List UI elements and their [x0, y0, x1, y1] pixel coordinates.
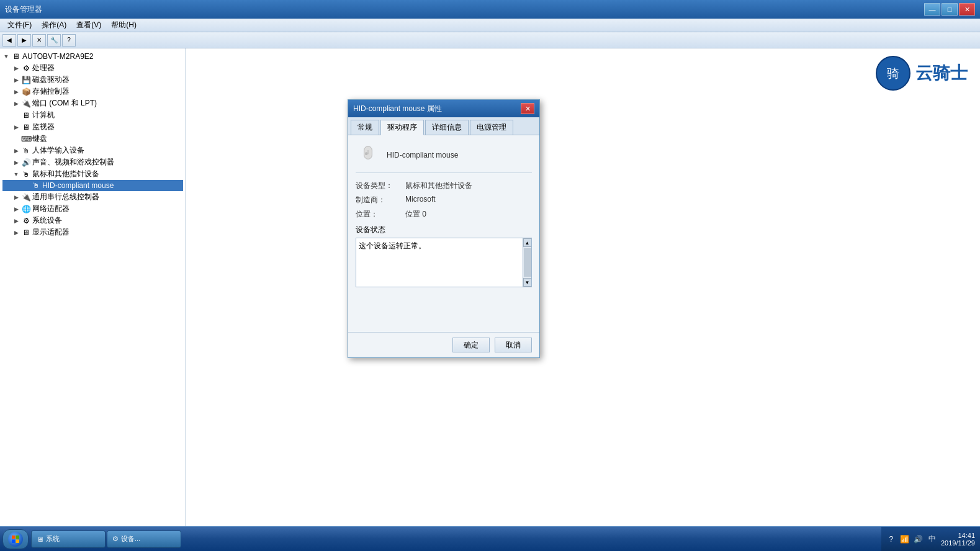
device-type-value: 鼠标和其他指针设备: [405, 181, 472, 191]
start-button[interactable]: [2, 529, 29, 549]
processor-icon: ⚙: [21, 63, 31, 73]
toolbar-btn-3[interactable]: ✕: [32, 34, 46, 47]
tree-label-hid-mouse: HID-compliant mouse: [42, 181, 114, 190]
scrollbar-down[interactable]: ▼: [523, 278, 532, 287]
svg-rect-8: [16, 539, 20, 543]
toolbar-btn-1[interactable]: ◀: [2, 34, 16, 47]
tree-label-hid: 人体学输入设备: [32, 145, 84, 156]
expand-monitor: ▶: [12, 123, 20, 131]
device-type-label: 设备类型：: [356, 181, 405, 191]
title-bar: 设备管理器 — □ ✕: [0, 0, 980, 19]
tree-node-system[interactable]: ▶ ⚙ 系统设备: [2, 215, 183, 226]
dialog-empty-area: [356, 287, 532, 325]
tree-node-hid-mouse[interactable]: 🖱 HID-compliant mouse: [2, 180, 183, 191]
tray-input-icon[interactable]: 中: [927, 534, 937, 544]
disk-icon: 💾: [21, 75, 31, 85]
manufacturer-label: 制造商：: [356, 195, 405, 205]
usb-icon: 🔌: [21, 192, 31, 202]
tab-power[interactable]: 电源管理: [470, 120, 513, 135]
tree-label-processor: 处理器: [32, 63, 55, 73]
expand-usb: ▶: [12, 194, 20, 201]
logo-text: 云骑士: [915, 61, 968, 85]
tree-label-monitor: 监视器: [32, 122, 55, 132]
tray-network-icon[interactable]: 📶: [900, 534, 910, 544]
svg-rect-7: [12, 539, 16, 543]
tree-node-keyboard[interactable]: ⌨ 键盘: [2, 133, 183, 145]
tray-volume-icon[interactable]: 🔊: [914, 534, 924, 544]
svg-rect-5: [12, 535, 16, 539]
start-orb: [8, 532, 23, 547]
tree-label-computer: 计算机: [32, 110, 55, 120]
device-status-section: 设备状态 这个设备运转正常。 ▲ ▼: [356, 225, 532, 287]
device-type-row: 设备类型： 鼠标和其他指针设备: [356, 181, 532, 191]
dialog-footer: 确定 取消: [348, 332, 539, 357]
tree-node-processor[interactable]: ▶ ⚙ 处理器: [2, 62, 183, 74]
tab-general[interactable]: 常规: [351, 120, 379, 135]
tray-help-icon[interactable]: ?: [886, 534, 896, 544]
tree-node-network[interactable]: ▶ 🌐 网络适配器: [2, 203, 183, 215]
tree-node-hid[interactable]: ▶ 🖱 人体学输入设备: [2, 145, 183, 156]
tree-node-port[interactable]: ▶ 🔌 端口 (COM 和 LPT): [2, 97, 183, 109]
tree-node-audio[interactable]: ▶ 🔊 声音、视频和游戏控制器: [2, 156, 183, 168]
monitor-icon: 🖥: [21, 122, 31, 132]
display-icon: 🖥: [21, 228, 31, 238]
title-bar-text: 设备管理器: [5, 4, 924, 15]
ok-button[interactable]: 确定: [452, 338, 490, 352]
toolbar-btn-2[interactable]: ▶: [17, 34, 31, 47]
expand-display: ▶: [12, 229, 20, 236]
tree-label-system: 系统设备: [32, 215, 62, 226]
device-status-box: 这个设备运转正常。 ▲ ▼: [356, 238, 532, 287]
taskbar-item-system[interactable]: 🖥 系统: [31, 531, 106, 548]
port-icon: 🔌: [21, 99, 31, 109]
tree-node-display[interactable]: ▶ 🖥 显示适配器: [2, 226, 183, 238]
menu-bar: 文件(F) 操作(A) 查看(V) 帮助(H): [0, 19, 980, 32]
dialog-body: HID-compliant mouse 设备类型： 鼠标和其他指针设备 制造商：…: [348, 135, 539, 332]
minimize-button[interactable]: —: [924, 3, 940, 16]
toolbar-btn-5[interactable]: ?: [62, 34, 76, 47]
tab-driver[interactable]: 驱动程序: [380, 120, 424, 135]
expand-port: ▶: [12, 100, 20, 107]
taskbar-item-device[interactable]: ⚙ 设备...: [107, 531, 181, 548]
tree-label-port: 端口 (COM 和 LPT): [32, 98, 97, 109]
cancel-button[interactable]: 取消: [495, 338, 532, 352]
tab-details[interactable]: 详细信息: [425, 120, 469, 135]
expand-mouse-group: ▼: [12, 171, 20, 178]
restore-button[interactable]: □: [942, 3, 958, 16]
tree-node-monitor[interactable]: ▶ 🖥 监视器: [2, 121, 183, 133]
tree-root[interactable]: ▼ 🖥 AUTOBVT-M2RA9E2: [2, 51, 183, 62]
expand-storage: ▶: [12, 88, 20, 96]
expand-system: ▶: [12, 217, 20, 225]
window-close-button[interactable]: ✕: [959, 3, 975, 16]
tree-node-storage[interactable]: ▶ 📦 存储控制器: [2, 86, 183, 97]
tree-node-mouse-group[interactable]: ▼ 🖱 鼠标和其他指针设备: [2, 168, 183, 180]
menu-file[interactable]: 文件(F): [2, 19, 37, 32]
tree-node-disk[interactable]: ▶ 💾 磁盘驱动器: [2, 74, 183, 86]
computer2-icon: 🖥: [21, 110, 31, 120]
dialog-title-bar: HID-compliant mouse 属性 ✕: [348, 100, 539, 117]
tray-time-text: 14:41: [941, 532, 975, 539]
tree-expand-root: ▼: [2, 53, 10, 60]
audio-icon: 🔊: [21, 158, 31, 168]
expand-hid-mouse: [22, 182, 30, 189]
toolbar-btn-4[interactable]: 🔧: [47, 34, 61, 47]
status-scrollbar[interactable]: ▲ ▼: [523, 238, 531, 287]
manufacturer-value: Microsoft: [405, 195, 436, 205]
dialog-title-text: HID-compliant mouse 属性: [353, 104, 521, 114]
scrollbar-up[interactable]: ▲: [523, 238, 532, 247]
tree-node-computer[interactable]: 🖥 计算机: [2, 109, 183, 121]
device-status-title: 设备状态: [356, 225, 532, 235]
taskbar: 🖥 系统 ⚙ 设备... ? 📶 🔊 中 14:41 2019/11/29: [0, 526, 980, 551]
computer-icon: 🖥: [11, 52, 21, 61]
menu-view[interactable]: 查看(V): [71, 19, 106, 32]
device-status-text: 这个设备运转正常。: [359, 241, 426, 250]
menu-help[interactable]: 帮助(H): [106, 19, 142, 32]
system-icon: ⚙: [21, 216, 31, 226]
taskbar-device-icon: ⚙: [112, 535, 119, 543]
dialog-close-button[interactable]: ✕: [521, 103, 534, 114]
tree-panel: ▼ 🖥 AUTOBVT-M2RA9E2 ▶ ⚙ 处理器 ▶ 💾 磁盘驱动器 ▶ …: [0, 48, 186, 526]
tree-label-audio: 声音、视频和游戏控制器: [32, 157, 114, 168]
tree-label-disk: 磁盘驱动器: [32, 74, 70, 85]
tree-node-usb[interactable]: ▶ 🔌 通用串行总线控制器: [2, 191, 183, 203]
menu-action[interactable]: 操作(A): [37, 19, 71, 32]
windows-logo-icon: [11, 535, 20, 544]
